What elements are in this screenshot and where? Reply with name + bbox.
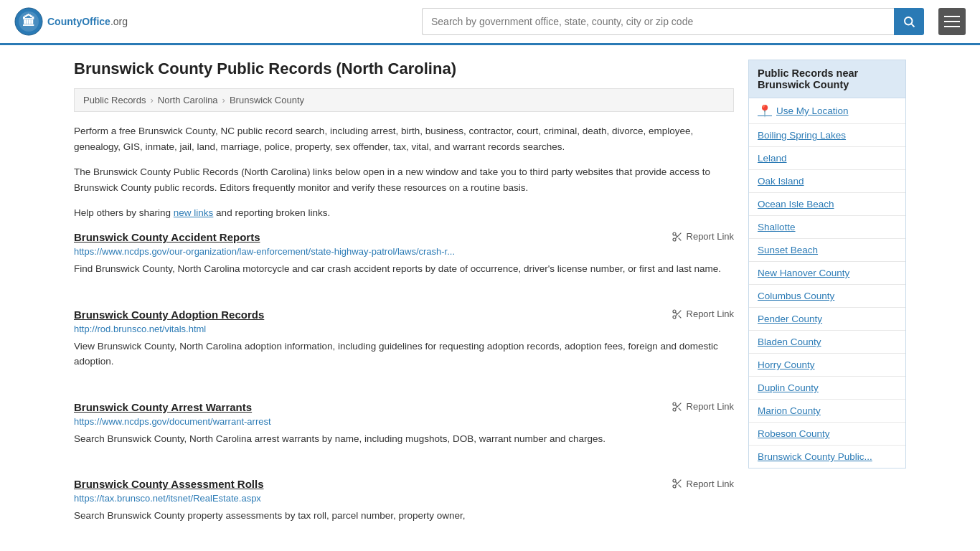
report-link-label-1: Report Link [687,309,734,319]
search-icon [903,15,915,28]
description-3: Help others by sharing new links and rep… [74,205,734,221]
sidebar-item-ocean-isle-beach[interactable]: Ocean Isle Beach [749,193,905,216]
description-2: The Brunswick County Public Records (Nor… [74,164,734,195]
sidebar-link-pender-county[interactable]: Pender County [758,314,822,324]
sidebar-item-columbus-county[interactable]: Columbus County [749,285,905,308]
report-link-0[interactable]: Report Link [672,231,734,242]
svg-point-15 [673,402,676,405]
svg-line-9 [675,235,677,237]
sidebar-item-shallotte[interactable]: Shallotte [749,216,905,239]
scissors-icon-0 [672,231,683,242]
sidebar-link-new-hanover-county[interactable]: New Hanover County [758,268,849,278]
sidebar-item-pender-county[interactable]: Pender County [749,308,905,331]
record-desc-3: Search Brunswick County property assessm… [74,508,734,524]
sidebar-item-leland[interactable]: Leland [749,147,905,170]
sidebar-use-location[interactable]: 📍 Use My Location [749,98,905,124]
location-pin-icon: 📍 [758,104,772,118]
sidebar-link-columbus-county[interactable]: Columbus County [758,291,834,301]
menu-bar-2 [944,21,960,22]
sidebar-link-sunset-beach[interactable]: Sunset Beach [758,245,818,255]
record-url-1[interactable]: http://rod.brunsco.net/vitals.html [74,324,734,334]
sidebar-link-horry-county[interactable]: Horry County [758,359,815,370]
logo-icon: 🏛 [14,7,43,36]
record-desc-2: Search Brunswick County, North Carolina … [74,431,734,447]
sidebar-link-brunswick-county-public[interactable]: Brunswick County Public... [758,451,872,462]
record-item-assessment-rolls: Brunswick County Assessment Rolls Report… [74,478,734,540]
breadcrumb-north-carolina[interactable]: North Carolina [158,95,218,105]
svg-line-13 [678,315,681,318]
sidebar-item-marion-county[interactable]: Marion County [749,400,905,423]
menu-button[interactable] [938,8,966,35]
svg-point-3 [905,17,913,25]
logo[interactable]: 🏛 CountyOffice.org [14,7,128,36]
main-container: Brunswick County Public Records (North C… [60,45,920,551]
sidebar-item-horry-county[interactable]: Horry County [749,354,905,377]
sidebar-item-duplin-county[interactable]: Duplin County [749,377,905,400]
sidebar-link-leland[interactable]: Leland [758,153,787,164]
svg-point-6 [673,238,676,241]
svg-line-19 [675,405,677,407]
sidebar-item-brunswick-county-public[interactable]: Brunswick County Public... [749,446,905,468]
svg-line-4 [911,24,914,27]
record-url-3[interactable]: https://tax.brunsco.net/itsnet/RealEstat… [74,493,734,504]
breadcrumb-sep-2: › [222,95,225,105]
sidebar-item-oak-island[interactable]: Oak Island [749,170,905,193]
record-title-accident-reports[interactable]: Brunswick County Accident Reports [74,231,260,243]
breadcrumb: Public Records › North Carolina › Brunsw… [74,88,734,112]
sidebar-item-robeson-county[interactable]: Robeson County [749,423,905,446]
svg-point-10 [673,310,676,313]
description-3-pre: Help others by sharing [74,207,174,218]
use-location-label: Use My Location [776,105,849,116]
record-url-2[interactable]: https://www.ncdps.gov/document/warrant-a… [74,416,734,427]
svg-line-23 [678,485,681,488]
svg-point-21 [673,485,676,488]
breadcrumb-public-records[interactable]: Public Records [83,95,146,105]
sidebar: Public Records near Brunswick County 📍 U… [748,60,906,551]
sidebar-item-bladen-county[interactable]: Bladen County [749,331,905,354]
scissors-icon-2 [672,401,683,413]
sidebar-item-new-hanover-county[interactable]: New Hanover County [749,262,905,285]
report-link-3[interactable]: Report Link [672,478,734,489]
logo-text: CountyOffice.org [47,16,128,27]
record-header-0: Brunswick County Accident Reports Report… [74,231,734,246]
svg-point-16 [673,408,676,411]
sidebar-link-oak-island[interactable]: Oak Island [758,176,804,187]
sidebar-link-boiling-spring-lakes[interactable]: Boiling Spring Lakes [758,130,846,141]
svg-line-18 [678,408,681,410]
breadcrumb-sep-1: › [150,95,153,105]
sidebar-link-robeson-county[interactable]: Robeson County [758,428,830,439]
page-title: Brunswick County Public Records (North C… [74,60,734,78]
description-1: Perform a free Brunswick County, NC publ… [74,123,734,154]
search-input[interactable] [422,8,894,35]
record-item-arrest-warrants: Brunswick County Arrest Warrants Report … [74,401,734,463]
record-desc-1: View Brunswick County, North Carolina ad… [74,339,734,369]
record-title-assessment-rolls[interactable]: Brunswick County Assessment Rolls [74,478,264,490]
sidebar-link-bladen-county[interactable]: Bladen County [758,336,821,347]
sidebar-link-ocean-isle-beach[interactable]: Ocean Isle Beach [758,199,834,209]
new-links-link[interactable]: new links [174,207,214,218]
report-link-2[interactable]: Report Link [672,401,734,413]
record-title-adoption-records[interactable]: Brunswick County Adoption Records [74,309,264,321]
search-button[interactable] [894,8,924,35]
sidebar-list: 📍 Use My Location Boiling Spring Lakes L… [748,98,906,468]
menu-bar-3 [944,26,960,27]
sidebar-link-shallotte[interactable]: Shallotte [758,222,796,232]
search-area [422,8,924,35]
record-item-accident-reports: Brunswick County Accident Reports Report… [74,231,734,293]
sidebar-title: Public Records near Brunswick County [748,60,906,98]
record-header-1: Brunswick County Adoption Records Report… [74,309,734,324]
content: Brunswick County Public Records (North C… [74,60,734,551]
sidebar-link-duplin-county[interactable]: Duplin County [758,382,819,393]
record-header-3: Brunswick County Assessment Rolls Report… [74,478,734,493]
report-link-1[interactable]: Report Link [672,309,734,320]
sidebar-item-sunset-beach[interactable]: Sunset Beach [749,239,905,262]
record-url-0[interactable]: https://www.ncdps.gov/our-organization/l… [74,246,734,257]
record-item-adoption-records: Brunswick County Adoption Records Report… [74,309,734,385]
sidebar-item-boiling-spring-lakes[interactable]: Boiling Spring Lakes [749,124,905,147]
sidebar-link-marion-county[interactable]: Marion County [758,405,821,416]
record-title-arrest-warrants[interactable]: Brunswick County Arrest Warrants [74,401,252,413]
breadcrumb-brunswick-county[interactable]: Brunswick County [230,95,304,105]
report-link-label-3: Report Link [687,479,734,489]
svg-point-20 [673,479,676,482]
svg-line-24 [675,482,677,484]
